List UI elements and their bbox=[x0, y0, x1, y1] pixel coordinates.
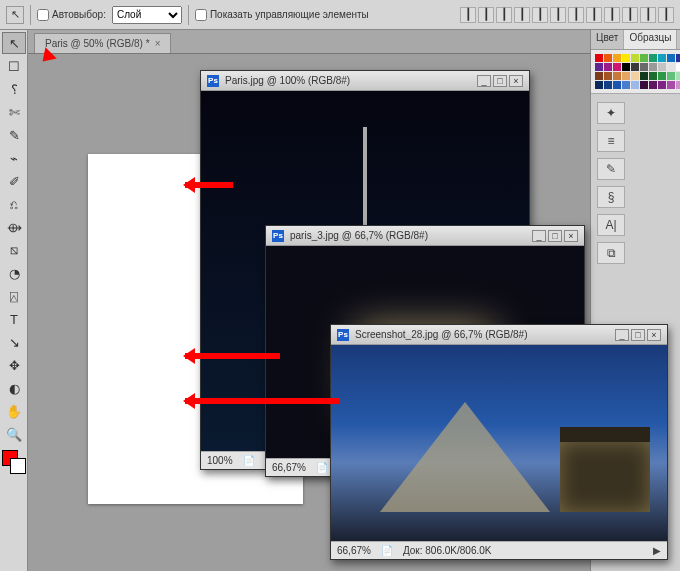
swatch[interactable] bbox=[604, 54, 612, 62]
tool-1[interactable]: ☐ bbox=[2, 55, 26, 77]
tool-9[interactable]: ⧅ bbox=[2, 239, 26, 261]
close-icon[interactable]: × bbox=[509, 75, 523, 87]
minimize-icon[interactable]: _ bbox=[532, 230, 546, 242]
chevron-right-icon[interactable]: ▶ bbox=[653, 545, 661, 556]
swatch[interactable] bbox=[622, 81, 630, 89]
align-icon[interactable]: ┃ bbox=[622, 7, 638, 23]
tab-swatches[interactable]: Образцы bbox=[624, 30, 677, 49]
show-controls[interactable]: Показать управляющие элементы bbox=[195, 9, 369, 21]
tool-3[interactable]: ✄ bbox=[2, 101, 26, 123]
tool-7[interactable]: ⎌ bbox=[2, 193, 26, 215]
swatch[interactable] bbox=[595, 54, 603, 62]
close-icon[interactable]: × bbox=[647, 329, 661, 341]
minimize-icon[interactable]: _ bbox=[615, 329, 629, 341]
swatch[interactable] bbox=[676, 63, 680, 71]
tool-11[interactable]: ⍓ bbox=[2, 285, 26, 307]
swatch[interactable] bbox=[649, 81, 657, 89]
swatch[interactable] bbox=[676, 81, 680, 89]
tool-6[interactable]: ✐ bbox=[2, 170, 26, 192]
tool-13[interactable]: ↘ bbox=[2, 331, 26, 353]
window-titlebar[interactable]: Psparis_3.jpg @ 66,7% (RGB/8#)_□× bbox=[266, 226, 584, 246]
swatch[interactable] bbox=[667, 81, 675, 89]
maximize-icon[interactable]: □ bbox=[493, 75, 507, 87]
tool-16[interactable]: ✋ bbox=[2, 400, 26, 422]
dock-button[interactable]: A| bbox=[597, 214, 625, 236]
swatch[interactable] bbox=[622, 63, 630, 71]
swatch[interactable] bbox=[649, 63, 657, 71]
align-icon[interactable]: ┃ bbox=[478, 7, 494, 23]
swatch[interactable] bbox=[631, 72, 639, 80]
swatch[interactable] bbox=[613, 81, 621, 89]
maximize-icon[interactable]: □ bbox=[548, 230, 562, 242]
image-viewport[interactable] bbox=[331, 345, 667, 541]
dock-button[interactable]: ≡ bbox=[597, 130, 625, 152]
swatch[interactable] bbox=[658, 81, 666, 89]
align-icon[interactable]: ┃ bbox=[604, 7, 620, 23]
swatch[interactable] bbox=[595, 81, 603, 89]
tool-0[interactable]: ↖ bbox=[2, 32, 26, 54]
dock-button[interactable]: ✦ bbox=[597, 102, 625, 124]
swatch[interactable] bbox=[640, 63, 648, 71]
maximize-icon[interactable]: □ bbox=[631, 329, 645, 341]
close-icon[interactable]: × bbox=[155, 38, 161, 49]
tab-color[interactable]: Цвет bbox=[591, 30, 624, 49]
tool-4[interactable]: ✎ bbox=[2, 124, 26, 146]
align-icon[interactable]: ┃ bbox=[568, 7, 584, 23]
floating-window-2[interactable]: PsScreenshot_28.jpg @ 66,7% (RGB/8#)_□×6… bbox=[330, 324, 668, 560]
tool-12[interactable]: T bbox=[2, 308, 26, 330]
align-icon[interactable]: ┃ bbox=[658, 7, 674, 23]
tool-2[interactable]: ⸮ bbox=[2, 78, 26, 100]
align-icon[interactable]: ┃ bbox=[460, 7, 476, 23]
color-swatches[interactable] bbox=[2, 450, 26, 474]
swatch[interactable] bbox=[649, 72, 657, 80]
autoselect-checkbox[interactable] bbox=[37, 9, 49, 21]
swatch[interactable] bbox=[595, 72, 603, 80]
zoom-level[interactable]: 66,67% bbox=[337, 545, 371, 556]
dock-button[interactable]: ✎ bbox=[597, 158, 625, 180]
swatch[interactable] bbox=[676, 72, 680, 80]
swatch[interactable] bbox=[631, 63, 639, 71]
align-icon[interactable]: ┃ bbox=[640, 7, 656, 23]
autoselect-control[interactable]: Автовыбор: bbox=[37, 9, 106, 21]
autoselect-mode[interactable]: Слой bbox=[112, 6, 182, 24]
align-icon[interactable]: ┃ bbox=[532, 7, 548, 23]
swatch[interactable] bbox=[667, 63, 675, 71]
swatch[interactable] bbox=[649, 54, 657, 62]
align-icon[interactable]: ┃ bbox=[496, 7, 512, 23]
tool-8[interactable]: ⟴ bbox=[2, 216, 26, 238]
dock-button[interactable]: ⧉ bbox=[597, 242, 625, 264]
swatch[interactable] bbox=[604, 72, 612, 80]
swatch[interactable] bbox=[595, 63, 603, 71]
window-titlebar[interactable]: PsScreenshot_28.jpg @ 66,7% (RGB/8#)_□× bbox=[331, 325, 667, 345]
swatch[interactable] bbox=[676, 54, 680, 62]
window-titlebar[interactable]: PsParis.jpg @ 100% (RGB/8#)_□× bbox=[201, 71, 529, 91]
tool-14[interactable]: ✥ bbox=[2, 354, 26, 376]
align-icon[interactable]: ┃ bbox=[514, 7, 530, 23]
zoom-level[interactable]: 66,67% bbox=[272, 462, 306, 473]
show-controls-checkbox[interactable] bbox=[195, 9, 207, 21]
tool-15[interactable]: ◐ bbox=[2, 377, 26, 399]
swatch[interactable] bbox=[658, 63, 666, 71]
swatch[interactable] bbox=[622, 72, 630, 80]
tool-10[interactable]: ◔ bbox=[2, 262, 26, 284]
swatch[interactable] bbox=[667, 72, 675, 80]
swatch[interactable] bbox=[667, 54, 675, 62]
swatch[interactable] bbox=[613, 63, 621, 71]
swatch[interactable] bbox=[613, 54, 621, 62]
background-swatch[interactable] bbox=[10, 458, 26, 474]
align-icon[interactable]: ┃ bbox=[586, 7, 602, 23]
swatch[interactable] bbox=[604, 63, 612, 71]
dock-button[interactable]: § bbox=[597, 186, 625, 208]
align-icon[interactable]: ┃ bbox=[550, 7, 566, 23]
tool-17[interactable]: 🔍 bbox=[2, 423, 26, 445]
swatch[interactable] bbox=[658, 54, 666, 62]
minimize-icon[interactable]: _ bbox=[477, 75, 491, 87]
swatch[interactable] bbox=[613, 72, 621, 80]
swatch[interactable] bbox=[631, 54, 639, 62]
document-tab[interactable]: Paris @ 50% (RGB/8) * × bbox=[34, 33, 171, 53]
swatch[interactable] bbox=[640, 54, 648, 62]
swatch-grid[interactable] bbox=[591, 50, 680, 93]
zoom-level[interactable]: 100% bbox=[207, 455, 233, 466]
close-icon[interactable]: × bbox=[564, 230, 578, 242]
swatch[interactable] bbox=[640, 72, 648, 80]
